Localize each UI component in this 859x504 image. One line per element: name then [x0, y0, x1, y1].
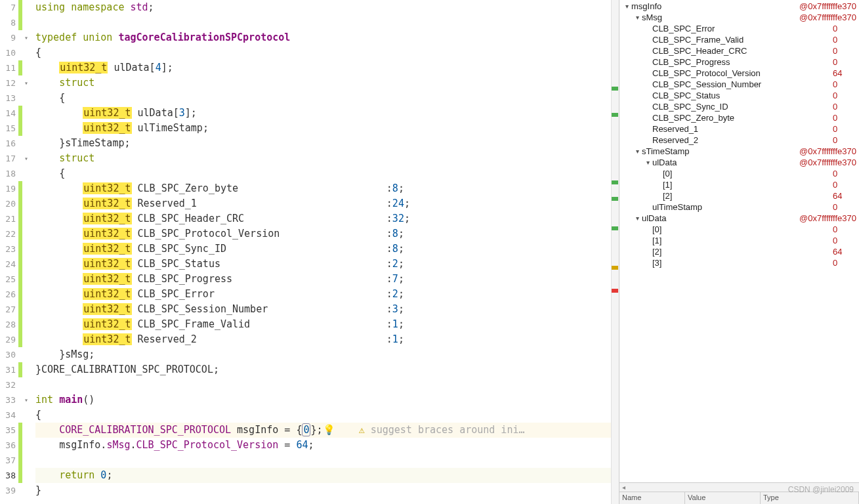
- code-line[interactable]: uint32_t CLB_SPC_Progress :7;: [35, 272, 619, 287]
- tree-row[interactable]: Reserved_20: [619, 135, 859, 146]
- line-number: 29: [0, 335, 18, 345]
- code-line[interactable]: uint32_t CLB_SPC_Status :2;: [35, 257, 619, 272]
- line-number: 18: [0, 169, 18, 178]
- code-line[interactable]: using namespace std;: [35, 0, 619, 15]
- code-line[interactable]: uint32_t CLB_SPC_Frame_Valid :1;: [35, 317, 619, 332]
- tree-name: sMsg: [642, 12, 799, 22]
- code-line[interactable]: {: [35, 91, 619, 106]
- tree-value: @0x7fffffffe370: [799, 146, 859, 156]
- code-line[interactable]: typedef union tagCoreCalibrationSPCproto…: [35, 30, 619, 45]
- code-line[interactable]: }CORE_CALIBRATION_SPC_PROTOCOL;: [35, 362, 619, 377]
- tree-value: 0: [833, 24, 859, 33]
- code-line[interactable]: uint32_t CLB_SPC_Session_Number :3;: [35, 302, 619, 317]
- tree-row[interactable]: CLB_SPC_Protocol_Version64: [619, 68, 859, 79]
- tree-row[interactable]: [3]0: [619, 257, 859, 268]
- line-number: 14: [0, 108, 18, 118]
- tree-row[interactable]: [2]64: [619, 246, 859, 257]
- tree-row[interactable]: ▾ulData@0x7fffffffe370: [619, 157, 859, 168]
- line-number: 20: [0, 199, 18, 209]
- code-line[interactable]: return 0;: [35, 468, 619, 483]
- code-line[interactable]: uint32_t CLB_SPC_Sync_ID :8;: [35, 242, 619, 257]
- code-area[interactable]: using namespace std;typedef union tagCor…: [30, 0, 619, 504]
- marker-strip[interactable]: [611, 0, 619, 504]
- change-marker: [18, 196, 22, 211]
- marker[interactable]: [612, 180, 618, 184]
- change-marker: [18, 317, 22, 332]
- fold-toggle[interactable]: ▾: [22, 396, 30, 404]
- code-line[interactable]: [35, 377, 619, 392]
- tree-row[interactable]: [1]0: [619, 235, 859, 246]
- code-line[interactable]: CORE_CALIBRATION_SPC_PROTOCOL msgInfo = …: [35, 423, 619, 438]
- code-line[interactable]: uint32_t Reserved_1 :24;: [35, 196, 619, 211]
- tree-row[interactable]: CLB_SPC_Error0: [619, 23, 859, 34]
- tree-expand-icon[interactable]: ▾: [633, 148, 642, 155]
- code-line[interactable]: }sMsg;: [35, 347, 619, 362]
- variable-tree[interactable]: ▾msgInfo@0x7fffffffe370▾sMsg@0x7fffffffe…: [619, 0, 859, 482]
- tree-value: 64: [833, 191, 859, 201]
- tree-row[interactable]: ulTimeStamp0: [619, 201, 859, 213]
- code-line[interactable]: uint32_t CLB_SPC_Zero_byte :8;: [35, 181, 619, 196]
- code-line[interactable]: }sTimeStamp;: [35, 136, 619, 151]
- code-editor[interactable]: 789▾101112▾1314151617▾181920212223242526…: [0, 0, 619, 504]
- marker[interactable]: [612, 113, 618, 117]
- tree-row[interactable]: [0]0: [619, 224, 859, 235]
- tree-row[interactable]: ▾ulData@0x7fffffffe370: [619, 213, 859, 224]
- tree-row[interactable]: CLB_SPC_Progress0: [619, 56, 859, 68]
- change-marker: [18, 226, 22, 242]
- code-line[interactable]: uint32_t CLB_SPC_Error :2;: [35, 287, 619, 302]
- tree-row[interactable]: ▾msgInfo@0x7fffffffe370: [619, 1, 859, 12]
- tree-row[interactable]: CLB_SPC_Session_Number0: [619, 79, 859, 90]
- code-line[interactable]: [35, 453, 619, 468]
- code-line[interactable]: {: [35, 45, 619, 60]
- tree-name: sTimeStamp: [642, 146, 799, 156]
- tree-row[interactable]: ▾sTimeStamp@0x7fffffffe370: [619, 146, 859, 157]
- tree-value: @0x7fffffffe370: [799, 213, 859, 223]
- change-marker: [18, 211, 22, 226]
- tree-expand-icon[interactable]: ▾: [633, 215, 642, 222]
- change-marker: [18, 106, 22, 121]
- tree-row[interactable]: CLB_SPC_Frame_Valid0: [619, 34, 859, 45]
- tree-row[interactable]: [0]0: [619, 168, 859, 179]
- code-line[interactable]: uint32_t ulData[4];: [35, 60, 619, 75]
- tree-row[interactable]: ▾sMsg@0x7fffffffe370: [619, 12, 859, 23]
- code-line[interactable]: [35, 15, 619, 30]
- code-line[interactable]: uint32_t Reserved_2 :1;: [35, 332, 619, 347]
- tree-expand-icon[interactable]: ▾: [633, 14, 642, 21]
- debug-pane[interactable]: ▾msgInfo@0x7fffffffe370▾sMsg@0x7fffffffe…: [619, 0, 859, 504]
- code-line[interactable]: struct: [35, 75, 619, 91]
- marker[interactable]: [612, 289, 618, 293]
- code-line[interactable]: {: [35, 408, 619, 423]
- tree-row[interactable]: [1]0: [619, 179, 859, 190]
- marker[interactable]: [612, 87, 618, 91]
- fold-toggle[interactable]: ▾: [22, 34, 30, 41]
- fold-toggle[interactable]: ▾: [22, 79, 30, 87]
- tree-row[interactable]: CLB_SPC_Sync_ID0: [619, 101, 859, 112]
- tree-expand-icon[interactable]: ▾: [622, 3, 631, 10]
- header-name[interactable]: Name: [619, 492, 685, 504]
- code-line[interactable]: uint32_t CLB_SPC_Protocol_Version :8;: [35, 226, 619, 242]
- code-line[interactable]: struct: [35, 151, 619, 166]
- code-line[interactable]: uint32_t ulData[3];: [35, 106, 619, 121]
- tree-row[interactable]: CLB_SPC_Header_CRC0: [619, 45, 859, 56]
- line-number: 7: [0, 3, 18, 12]
- tree-row[interactable]: [2]64: [619, 190, 859, 201]
- marker[interactable]: [612, 266, 618, 270]
- tree-value: 0: [833, 46, 859, 56]
- code-line[interactable]: msgInfo.sMsg.CLB_SPC_Protocol_Version = …: [35, 438, 619, 453]
- tree-row[interactable]: CLB_SPC_Status0: [619, 90, 859, 101]
- code-line[interactable]: }: [35, 483, 619, 498]
- marker[interactable]: [612, 197, 618, 201]
- code-line[interactable]: uint32_t ulTimeStamp;: [35, 121, 619, 136]
- tree-row[interactable]: Reserved_10: [619, 123, 859, 135]
- code-line[interactable]: {: [35, 166, 619, 181]
- fold-toggle[interactable]: ▾: [22, 155, 30, 162]
- line-number: 11: [0, 63, 18, 73]
- code-line[interactable]: uint32_t CLB_SPC_Header_CRC :32;: [35, 211, 619, 226]
- header-value[interactable]: Value: [685, 492, 761, 504]
- code-line[interactable]: int main(): [35, 392, 619, 408]
- tree-row[interactable]: CLB_SPC_Zero_byte0: [619, 112, 859, 123]
- marker[interactable]: [612, 226, 618, 230]
- tree-expand-icon[interactable]: ▾: [643, 159, 652, 166]
- change-marker: [18, 362, 22, 377]
- line-number: 15: [0, 123, 18, 133]
